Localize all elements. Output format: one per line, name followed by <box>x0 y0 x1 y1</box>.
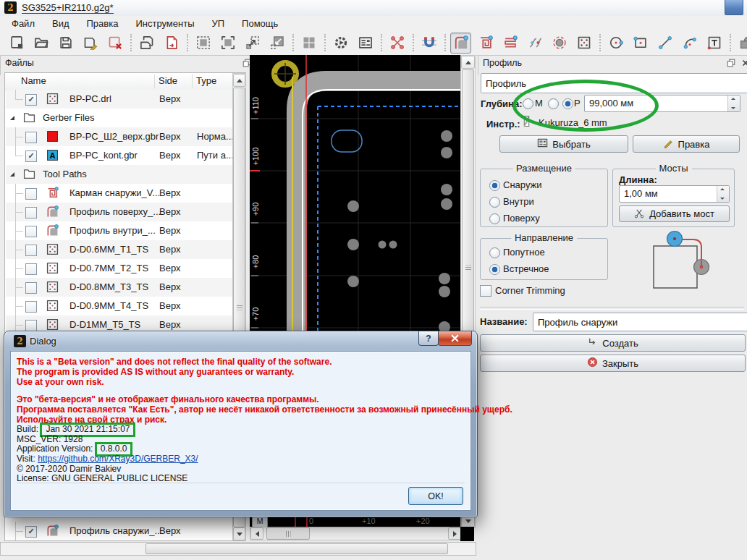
dialog-help-button[interactable]: ? <box>418 331 439 346</box>
marker-tool-button[interactable] <box>549 33 570 54</box>
menu-view[interactable]: Вид <box>43 17 78 30</box>
zigzag-tool-button[interactable] <box>524 33 545 54</box>
scroll-left-button[interactable] <box>250 527 263 540</box>
zoom-selected-button[interactable] <box>217 33 238 54</box>
menu-help[interactable]: Помощь <box>233 17 287 30</box>
draw-line-button[interactable] <box>654 33 675 54</box>
float-panel-icon[interactable] <box>726 58 736 68</box>
select-tool-button[interactable]: Выбрать <box>499 135 628 153</box>
scroll-thumb[interactable] <box>145 543 448 554</box>
shape-union-button[interactable] <box>735 33 747 54</box>
properties-form-button[interactable] <box>355 33 376 54</box>
row-checkbox[interactable] <box>25 282 37 294</box>
row-checkbox[interactable] <box>25 263 37 275</box>
bottom-scrollbar[interactable] <box>0 542 476 556</box>
window-control-button[interactable] <box>725 0 743 15</box>
tree-row[interactable]: Карман снаружи_V...Верх <box>6 184 232 203</box>
placement-radio-outside[interactable] <box>489 180 500 191</box>
settings-gear-button[interactable] <box>330 33 351 54</box>
bridge-length-spinbox[interactable]: 1,00 мм <box>619 185 730 203</box>
zero-marker-icon[interactable] <box>274 63 296 85</box>
zoom-fit-button[interactable] <box>193 33 214 54</box>
units-button[interactable]: M <box>252 516 268 527</box>
corner-trimming-checkbox[interactable] <box>480 285 491 297</box>
scroll-up-button[interactable] <box>233 74 245 87</box>
close-profile-button[interactable]: Закрыть <box>480 355 746 372</box>
placement-radio-inside[interactable] <box>489 197 500 208</box>
row-checkbox[interactable] <box>25 132 37 143</box>
scroll-thumb[interactable] <box>266 527 310 540</box>
save-all-button[interactable] <box>136 33 157 54</box>
zoom-in-selected-button[interactable] <box>266 33 287 54</box>
row-checkbox[interactable] <box>25 150 37 162</box>
direction-radio-climb[interactable] <box>489 247 500 258</box>
profile-name-input[interactable] <box>533 313 747 331</box>
tree-row[interactable]: Tool Paths <box>6 165 232 184</box>
tree-row[interactable]: D-D0.9MM_T4_TSВерх <box>6 297 232 315</box>
add-bridge-button[interactable]: Добавить мост <box>619 205 730 222</box>
tree-row[interactable]: D-D0.6MM_T1_TSВерх <box>6 240 232 259</box>
ok-button[interactable]: OK! <box>408 487 463 505</box>
github-link[interactable]: https://github.com/XRay3D/GERBER_X3/ <box>38 454 198 464</box>
menu-file[interactable]: Файл <box>3 17 43 30</box>
raster-tool-button[interactable] <box>499 33 520 54</box>
draw-arc-button[interactable] <box>679 33 700 54</box>
tree-row[interactable]: BP-PC.drlВерх <box>6 90 232 109</box>
menu-tools[interactable]: Инструменты <box>127 17 203 30</box>
close-file-button[interactable] <box>104 33 125 54</box>
placement-group-title: Размещение <box>512 163 575 174</box>
draw-text-button[interactable] <box>704 33 725 54</box>
row-checkbox[interactable] <box>25 94 37 106</box>
draw-circle-button[interactable] <box>605 33 626 54</box>
save-button[interactable] <box>55 33 76 54</box>
tree-row[interactable]: Профиль поверху_...Верх <box>6 203 232 221</box>
pocket-tool-button[interactable] <box>475 33 496 54</box>
row-checkbox[interactable] <box>25 188 37 200</box>
close-panel-icon[interactable] <box>740 58 747 68</box>
new-file-button[interactable] <box>6 33 27 54</box>
tree-row[interactable]: Gerber Files <box>6 109 232 127</box>
row-checkbox[interactable] <box>25 207 37 219</box>
scroll-down-button[interactable] <box>233 527 245 540</box>
column-type[interactable]: Type <box>196 75 216 86</box>
tree-row[interactable]: D-D0.8MM_T3_TSВерх <box>6 278 232 297</box>
row-checkbox[interactable] <box>25 320 37 331</box>
save-as-button[interactable] <box>80 33 101 54</box>
tree-column-header[interactable]: Name Side Type <box>5 73 245 90</box>
create-button[interactable]: Создать <box>480 334 746 352</box>
zoom-out-selected-button[interactable] <box>242 33 263 54</box>
red-layer-icon <box>46 130 59 143</box>
row-checkbox[interactable] <box>25 526 37 538</box>
transform-points-button[interactable] <box>387 33 408 54</box>
open-file-button[interactable] <box>30 33 51 54</box>
expander-icon[interactable] <box>7 169 17 179</box>
draw-rect-button[interactable] <box>630 33 651 54</box>
export-doc-button[interactable] <box>161 33 182 54</box>
tree-row[interactable]: BP-PC_Ш2_верх.gbrВерхНорма... <box>6 127 232 146</box>
tree-row[interactable]: ABP-PC_kont.gbrВерхПути а... <box>6 146 232 165</box>
drill-tool-button[interactable] <box>573 33 594 54</box>
scroll-right-button[interactable] <box>448 527 461 540</box>
snap-magnet-button[interactable] <box>418 33 439 54</box>
column-side[interactable]: Side <box>159 75 177 86</box>
menu-cnc[interactable]: УП <box>203 17 233 30</box>
spin-buttons[interactable] <box>727 96 740 111</box>
expander-icon[interactable] <box>7 113 17 123</box>
row-checkbox[interactable] <box>25 226 37 237</box>
row-checkbox[interactable] <box>25 301 37 313</box>
spin-buttons[interactable] <box>717 186 729 202</box>
row-checkbox[interactable] <box>25 245 37 256</box>
tree-row[interactable]: Профиль снаружи_...Верх <box>6 522 232 540</box>
tree-row[interactable]: Профиль внутри_...Верх <box>6 221 232 240</box>
edit-tool-button[interactable]: Правка <box>633 135 740 153</box>
direction-radio-conventional[interactable] <box>489 264 500 275</box>
placement-radio-on[interactable] <box>489 213 500 224</box>
zoom-100-button[interactable] <box>298 33 319 54</box>
menu-edit[interactable]: Правка <box>78 17 127 30</box>
column-name[interactable]: Name <box>21 75 46 86</box>
profile-tool-button[interactable] <box>450 33 471 54</box>
scroll-up-button[interactable] <box>461 56 475 69</box>
dialog-close-button[interactable] <box>438 331 472 346</box>
view-horizontal-scrollbar[interactable] <box>250 527 462 540</box>
tree-row[interactable]: D-D0.7MM_T2_TSВерх <box>6 259 232 278</box>
